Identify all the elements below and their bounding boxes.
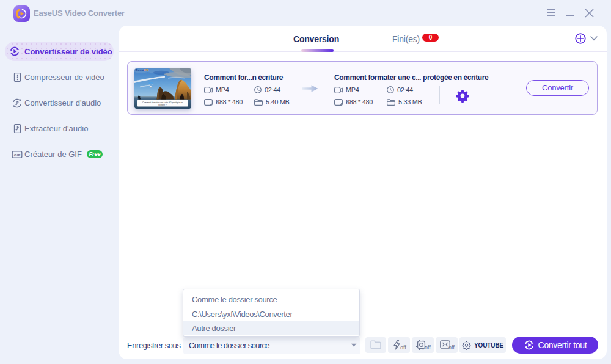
svg-text:GIF: GIF (14, 153, 21, 157)
svg-text:EaseUS: EaseUS (136, 68, 149, 72)
svg-text:écriture ?: écriture ? (158, 104, 167, 106)
